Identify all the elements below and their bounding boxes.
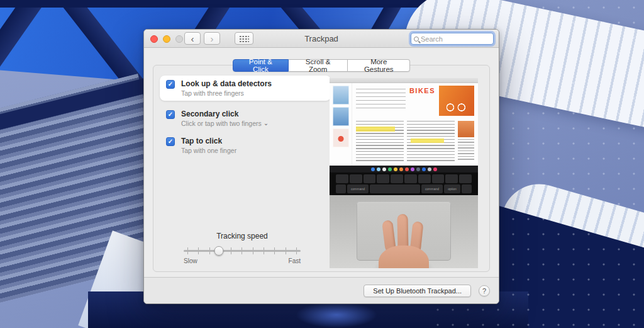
dock-app-icon bbox=[422, 167, 426, 171]
demo-key bbox=[418, 174, 431, 183]
demo-text-lines bbox=[356, 89, 406, 110]
demo-spacebar bbox=[370, 184, 420, 193]
slider-labels: Slow Fast bbox=[184, 257, 301, 264]
search-icon bbox=[414, 37, 419, 42]
checkmark-icon: ✓ bbox=[168, 139, 173, 145]
keyboard-row bbox=[336, 174, 472, 183]
setting-title: Look up & data detectors bbox=[181, 79, 272, 88]
demo-command-key: command bbox=[347, 184, 369, 193]
demo-mini-photo bbox=[458, 121, 474, 137]
secondary-click-checkbox[interactable]: ✓ bbox=[166, 110, 175, 119]
dock-app-icon bbox=[411, 167, 414, 171]
demo-page-title: BIKES bbox=[409, 87, 435, 94]
demo-key bbox=[391, 174, 403, 183]
set-up-bluetooth-trackpad-button[interactable]: Set Up Bluetooth Trackpad... bbox=[364, 285, 471, 297]
titlebar-navigation: ‹ › bbox=[184, 32, 253, 45]
demo-text-column bbox=[356, 121, 404, 161]
window-titlebar: ‹ › Trackpad bbox=[144, 30, 499, 48]
forward-button[interactable]: › bbox=[204, 32, 220, 45]
keyboard-row: command command option bbox=[336, 184, 472, 193]
demo-webpage: BIKES bbox=[330, 83, 478, 166]
setting-row-secondary-click[interactable]: ✓ Secondary click Click or tap with two … bbox=[160, 106, 331, 131]
setting-title: Tap to click bbox=[181, 137, 236, 145]
background-shape bbox=[0, 0, 453, 8]
dock-app-icon bbox=[433, 167, 437, 171]
help-button[interactable]: ? bbox=[479, 285, 490, 297]
demo-text-columns bbox=[356, 121, 474, 161]
tracking-speed-control: Tracking speed Slow Fast bbox=[184, 232, 301, 264]
chevron-down-icon[interactable]: ⌄ bbox=[264, 121, 269, 126]
demo-keyboard: command command option bbox=[330, 172, 478, 195]
dock-app-icon bbox=[405, 167, 409, 171]
demo-command-key: command bbox=[421, 184, 443, 193]
lookup-checkbox[interactable]: ✓ bbox=[166, 80, 175, 89]
demo-key bbox=[462, 184, 472, 193]
demo-page-main: BIKES bbox=[352, 83, 478, 166]
demo-key bbox=[432, 174, 445, 183]
demo-key bbox=[364, 174, 376, 183]
dock-app-icon bbox=[428, 167, 431, 171]
demo-option-key: option bbox=[444, 184, 460, 193]
gesture-demo-video: BIKES bbox=[330, 78, 478, 268]
settings-pane: ✓ Look up & data detectors Tap with thre… bbox=[153, 65, 490, 272]
setting-subtitle-text: Click or tap with two fingers bbox=[181, 120, 262, 127]
search-input[interactable] bbox=[421, 35, 491, 43]
setting-subtitle: Tap with one finger bbox=[181, 147, 236, 154]
close-button[interactable] bbox=[150, 35, 158, 43]
dock-app-icon bbox=[399, 167, 403, 171]
setting-text: Look up & data detectors Tap with three … bbox=[181, 79, 272, 97]
demo-key bbox=[350, 174, 362, 183]
checkmark-icon: ✓ bbox=[168, 81, 173, 88]
slider-min-label: Slow bbox=[184, 257, 197, 264]
setting-row-tap-to-click[interactable]: ✓ Tap to click Tap with one finger bbox=[160, 133, 331, 158]
slider-max-label: Fast bbox=[289, 257, 301, 264]
dock-app-icon bbox=[377, 167, 380, 171]
demo-thumbnail bbox=[333, 86, 349, 105]
zoom-button bbox=[175, 35, 183, 43]
demo-laptop-deck bbox=[330, 195, 478, 268]
search-field[interactable] bbox=[411, 33, 494, 45]
checkmark-icon: ✓ bbox=[168, 111, 173, 118]
tracking-speed-label: Tracking speed bbox=[184, 232, 301, 240]
setting-title: Secondary click bbox=[181, 110, 269, 118]
forward-icon: › bbox=[211, 33, 214, 44]
window-footer: Set Up Bluetooth Trackpad... ? bbox=[144, 277, 499, 303]
window-content: ✓ Look up & data detectors Tap with thre… bbox=[144, 48, 499, 277]
demo-highlight bbox=[411, 139, 444, 143]
tracking-speed-knob[interactable] bbox=[214, 246, 223, 256]
tracking-speed-slider[interactable] bbox=[184, 245, 301, 256]
demo-highlight bbox=[356, 127, 395, 132]
demo-thumbnail bbox=[333, 128, 349, 147]
demo-browser-toolbar bbox=[330, 78, 478, 83]
demo-page-sidebar bbox=[330, 83, 352, 166]
setting-subtitle: Click or tap with two fingers ⌄ bbox=[181, 120, 269, 127]
demo-page-header: BIKES bbox=[356, 86, 474, 118]
minimize-button[interactable] bbox=[163, 35, 170, 43]
demo-text-lines bbox=[458, 139, 474, 161]
demo-key bbox=[459, 174, 472, 183]
tab-point-and-click[interactable]: Point & Click bbox=[233, 59, 289, 72]
back-icon: ‹ bbox=[191, 33, 194, 44]
dock-app-icon bbox=[371, 167, 375, 171]
demo-text-column bbox=[407, 121, 455, 161]
setting-subtitle: Tap with three fingers bbox=[181, 89, 272, 97]
setting-row-lookup[interactable]: ✓ Look up & data detectors Tap with thre… bbox=[160, 76, 331, 101]
setting-text: Tap to click Tap with one finger bbox=[181, 137, 236, 154]
tap-to-click-checkbox[interactable]: ✓ bbox=[166, 137, 175, 146]
dock-app-icon bbox=[388, 167, 392, 171]
traffic-lights bbox=[150, 35, 183, 43]
demo-macbook-screen: BIKES bbox=[330, 78, 478, 172]
demo-key bbox=[404, 174, 417, 183]
demo-key bbox=[377, 174, 389, 183]
tab-scroll-and-zoom[interactable]: Scroll & Zoom bbox=[289, 59, 348, 72]
setting-subtitle-text: Tap with one finger bbox=[181, 147, 236, 154]
tab-more-gestures[interactable]: More Gestures bbox=[348, 59, 410, 72]
show-all-button[interactable] bbox=[235, 32, 253, 45]
setting-text: Secondary click Click or tap with two fi… bbox=[181, 110, 269, 127]
dock-app-icon bbox=[394, 167, 397, 171]
demo-palm bbox=[379, 246, 429, 268]
dock-app-icon bbox=[416, 167, 420, 171]
back-button[interactable]: ‹ bbox=[184, 32, 201, 45]
dock-app-icon bbox=[382, 167, 386, 171]
demo-bike-photo bbox=[439, 86, 474, 116]
